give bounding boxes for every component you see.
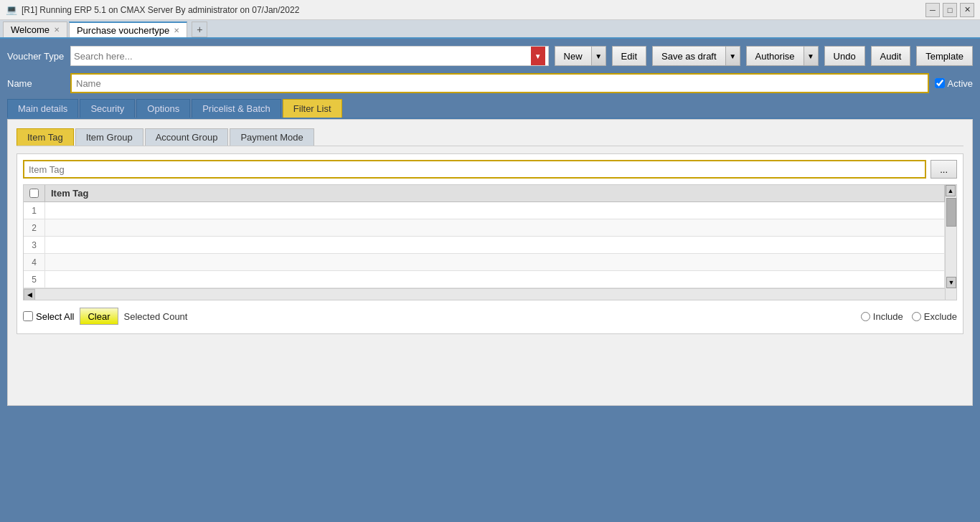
row-num-3: 3 [24,237,45,253]
save-as-draft-button-arrow[interactable]: ▼ [725,47,740,65]
main-tabs-row: Main details Security Options Pricelist … [7,99,973,119]
sub-tab-account-group[interactable]: Account Group [145,128,229,146]
scroll-thumb[interactable] [946,198,956,227]
active-label: Active [948,78,973,89]
filter-grid: Item Tag 1 2 3 [23,184,957,300]
row-num-5: 5 [24,271,45,288]
scroll-down-button[interactable]: ▼ [946,277,956,288]
row-cell-3 [45,237,945,253]
app-tab-bar: Welcome ✕ Purchase vouchertype ✕ + [0,20,980,39]
tab-welcome-close[interactable]: ✕ [54,26,60,34]
grid-horizontal-scrollbar: ◀ ▶ [24,288,956,300]
sub-tab-item-group[interactable]: Item Group [75,128,143,146]
tab-purchase-vouchertype[interactable]: Purchase vouchertype ✕ [69,22,187,37]
content-panel: Item Tag Item Group Account Group Paymen… [7,119,973,406]
new-button-split: New ▼ [555,46,606,66]
undo-button[interactable]: Undo [824,46,865,66]
save-as-draft-button[interactable]: Save as draft [653,47,725,65]
sub-tab-payment-mode[interactable]: Payment Mode [230,128,314,146]
grid-vertical-scrollbar[interactable]: ▲ ▼ [945,185,956,300]
voucher-type-label: Voucher Type [7,51,65,62]
table-row: 4 [24,254,956,271]
filter-browse-button[interactable]: ... [930,160,957,179]
tab-welcome-label: Welcome [11,24,50,35]
clear-button[interactable]: Clear [80,308,118,325]
table-row: 5 [24,271,956,288]
voucher-type-search-box: ▼ [70,46,549,66]
tab-pricelist-batch[interactable]: Pricelist & Batch [192,99,281,118]
close-button[interactable]: ✕ [960,3,974,17]
scroll-up-button[interactable]: ▲ [946,185,956,196]
tab-welcome[interactable]: Welcome ✕ [3,22,67,37]
table-row: 2 [24,219,956,237]
new-button[interactable]: New [555,47,591,65]
tab-purchase-vouchertype-close[interactable]: ✕ [174,27,179,34]
select-all-checkbox[interactable] [23,311,33,321]
grid-header-checkbox-col [24,185,45,201]
add-tab-button[interactable]: + [192,22,207,37]
title-bar: 💻 [R1] Running ERP 5.1 on CMAX Server By… [0,0,980,20]
row-num-1: 1 [24,202,45,219]
name-input[interactable] [70,73,929,93]
include-radio-wrapper: Include [861,311,903,322]
include-label: Include [873,311,903,322]
tab-options[interactable]: Options [136,99,190,118]
tab-main-details[interactable]: Main details [7,99,78,118]
table-row: 3 [24,237,956,254]
main-content: Voucher Type ▼ New ▼ Edit Save as draft … [0,39,980,413]
exclude-radio-wrapper: Exclude [912,311,957,322]
title-bar-title: [R1] Running ERP 5.1 on CMAX Server By a… [22,5,299,15]
selected-count-label: Selected Count [124,311,188,322]
name-row: Name Active [7,73,973,93]
grid-header-checkbox[interactable] [29,189,39,198]
bottom-right: Include Exclude [861,311,957,322]
exclude-label: Exclude [924,311,957,322]
tab-purchase-vouchertype-label: Purchase vouchertype [77,25,169,36]
include-radio[interactable] [861,312,870,321]
grid-body: 1 2 3 4 [24,202,956,288]
scroll-left-button[interactable]: ◀ [24,289,35,300]
filter-search-input[interactable] [23,160,926,179]
table-row: 1 [24,202,956,219]
authorise-button-split: Authorise ▼ [746,46,819,66]
authorise-button[interactable]: Authorise [747,47,804,65]
row-cell-2 [45,219,945,236]
toolbar: Voucher Type ▼ New ▼ Edit Save as draft … [7,46,973,66]
save-as-draft-button-split: Save as draft ▼ [652,46,740,66]
select-all-label: Select All [36,311,74,322]
bottom-bar: Select All Clear Selected Count Include … [23,305,957,328]
voucher-type-search-input[interactable] [74,51,531,62]
bottom-left: Select All Clear Selected Count [23,308,187,325]
grid-header-item-tag: Item Tag [45,185,945,201]
name-label: Name [7,78,65,89]
row-num-4: 4 [24,254,45,270]
tab-security[interactable]: Security [80,99,135,118]
edit-button[interactable]: Edit [612,46,646,66]
grid-header: Item Tag [24,185,956,202]
maximize-button[interactable]: □ [943,3,957,17]
template-button[interactable]: Template [916,46,973,66]
active-checkbox-wrapper: Active [935,78,973,89]
new-button-arrow[interactable]: ▼ [591,47,606,65]
row-cell-1 [45,202,945,219]
audit-button[interactable]: Audit [871,46,911,66]
authorise-button-arrow[interactable]: ▼ [804,47,818,65]
select-all-wrapper: Select All [23,311,74,322]
active-checkbox[interactable] [935,78,945,88]
app-icon: 💻 [6,4,17,15]
sub-tabs-row: Item Tag Item Group Account Group Paymen… [17,128,963,146]
row-num-2: 2 [24,219,45,236]
sub-tab-item-tag[interactable]: Item Tag [17,128,74,146]
row-cell-5 [45,271,945,288]
voucher-type-dropdown-button[interactable]: ▼ [531,47,545,65]
tab-filter-list[interactable]: Filter List [283,99,342,118]
filter-area: ... Item Tag 1 [17,153,963,334]
row-cell-4 [45,254,945,270]
minimize-button[interactable]: ─ [925,3,940,17]
filter-search-row: ... [23,160,957,179]
exclude-radio[interactable] [912,312,921,321]
